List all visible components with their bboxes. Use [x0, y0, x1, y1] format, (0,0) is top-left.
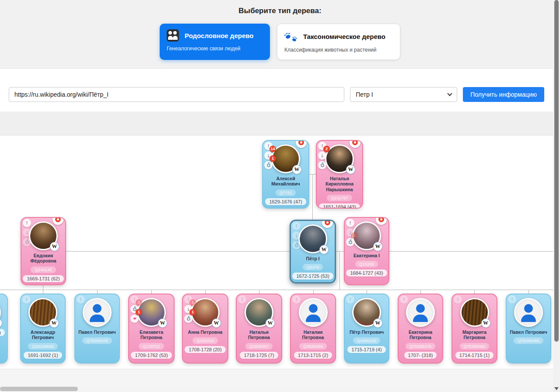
- up-arrow-icon[interactable]: ↑: [22, 295, 31, 304]
- option-family-subtitle: Генеалогические связи людей: [167, 46, 263, 52]
- wikipedia-badge-icon[interactable]: W: [292, 165, 301, 174]
- corner-ring-icon[interactable]: [296, 140, 307, 148]
- person-card[interactable]: ↑21♥♥ W Елизавета Петровна Q130752 1709-…: [128, 294, 175, 364]
- wikipedia-badge-icon[interactable]: W: [266, 318, 275, 328]
- up-arrow-icon[interactable]: ↑14: [264, 142, 273, 150]
- ring-icon[interactable]: [184, 315, 192, 323]
- person-select-wrap: Петр I: [350, 87, 457, 102]
- toolbar-lower-band: [0, 112, 553, 136]
- down-arrow-icon[interactable]: ↓: [318, 151, 326, 160]
- ring-icon[interactable]: [346, 238, 354, 246]
- scroll-down-arrow-icon[interactable]: [554, 387, 559, 390]
- person-dates-badge: 3): [0, 329, 5, 336]
- person-card[interactable]: ↑ W Александр Петрович Q26299695 1691-16…: [20, 294, 66, 364]
- up-arrow-icon[interactable]: ↑: [292, 222, 301, 230]
- person-dates-badge: 1672-1725 (53): [292, 273, 333, 280]
- person-dates-badge: 1707- (318): [404, 352, 437, 359]
- vertical-scrollbar[interactable]: [553, 0, 560, 392]
- vertical-scrollbar-thumb[interactable]: [554, 0, 559, 342]
- person-dates-badge: 1708-1728 (20): [185, 346, 225, 353]
- avatar: [514, 298, 543, 327]
- up-arrow-icon[interactable]: ↑: [77, 295, 85, 304]
- person-card[interactable]: ↑14↓1 W Алексей Михайлович Q7731 1629-16…: [262, 140, 309, 209]
- person-card[interactable]: W 3): [0, 294, 8, 364]
- person-card[interactable]: ↑ Наталия Петровна Q3825468 1713-1715 (2…: [290, 294, 336, 364]
- up-arrow-icon[interactable]: ↑1: [184, 295, 192, 304]
- tree-connector-line: [340, 251, 340, 290]
- selector-title: Выберите тип дерева:: [0, 7, 560, 15]
- corner-ring-icon[interactable]: [376, 217, 387, 225]
- person-card[interactable]: ↑ Павел Петрович Q75385478: [74, 294, 120, 364]
- wikipedia-badge-icon[interactable]: W: [481, 318, 490, 328]
- card-controls: ↑↓: [292, 222, 301, 249]
- tree-connector-line: [309, 174, 316, 175]
- down-arrow-icon[interactable]: ↓1: [346, 228, 354, 237]
- avatar: [83, 298, 112, 327]
- hearts-icon[interactable]: ♥♥: [130, 315, 139, 323]
- corner-ring-icon[interactable]: [52, 217, 63, 225]
- person-card[interactable]: ↑ W Пётр Петрович Q4386209 1715-1719 (4): [344, 294, 389, 364]
- up-arrow-icon[interactable]: ↑: [346, 295, 354, 304]
- down-arrow-icon[interactable]: ↓1: [184, 305, 192, 313]
- horizontal-scrollbar-thumb[interactable]: [0, 387, 78, 391]
- ring-icon[interactable]: [318, 161, 326, 169]
- person-card[interactable]: ↑2↓ W Наталья Кирилловна Нарышкина Q2417…: [316, 140, 363, 209]
- up-arrow-icon[interactable]: ↑2: [130, 295, 139, 304]
- wikipedia-badge-icon[interactable]: W: [0, 318, 2, 328]
- person-name: Павел Петрович: [507, 329, 550, 335]
- person-card[interactable]: ↑↓ W Евдокия Фёдоровна Q240145 1669-1731…: [21, 217, 66, 285]
- horizontal-scrollbar[interactable]: [0, 386, 553, 392]
- person-name: Екатерина Петровна: [399, 329, 442, 340]
- wikipedia-badge-icon[interactable]: W: [50, 242, 59, 251]
- card-controls: ↑↓: [23, 219, 31, 246]
- wikipedia-badge-icon[interactable]: W: [373, 318, 382, 328]
- wikipedia-badge-icon[interactable]: W: [49, 318, 59, 328]
- person-qid-badge: Q75385478: [82, 337, 112, 344]
- person-card[interactable]: ↑ W Наталья Петровна Q2839457 1718-1725 …: [236, 294, 282, 364]
- person-card[interactable]: ↑1↓1 W Анна Петровна Q153319 1708-1728 (…: [182, 294, 228, 364]
- up-arrow-icon[interactable]: ↑: [454, 295, 462, 304]
- card-controls: ↑1↓1: [184, 295, 192, 323]
- corner-ring-icon[interactable]: [322, 220, 333, 228]
- ring-icon[interactable]: [292, 241, 301, 249]
- wikipedia-badge-icon[interactable]: W: [319, 245, 329, 254]
- person-card[interactable]: ↑↓1 W Екатерина I Q15208 1684-1727 (43): [344, 217, 389, 285]
- wikipedia-url-input[interactable]: [9, 87, 344, 102]
- ring-icon[interactable]: [264, 161, 273, 169]
- person-card[interactable]: ↑ W Маргарита Петровна Q75385482 1714-17…: [452, 294, 497, 364]
- option-taxonomy-tree[interactable]: Таксономическое дерево Классификация жив…: [277, 24, 400, 60]
- avatar: W: [0, 298, 1, 327]
- up-arrow-icon[interactable]: ↑: [400, 295, 408, 304]
- person-select[interactable]: Петр I: [350, 87, 457, 102]
- down-arrow-icon[interactable]: ↓: [292, 231, 301, 240]
- person-name: Алексей Михайлович: [263, 176, 308, 187]
- card-controls: ↑: [400, 295, 408, 304]
- ring-icon[interactable]: [23, 238, 31, 246]
- person-dates-badge: 1651-1694 (43): [319, 203, 360, 209]
- wikipedia-badge-icon[interactable]: W: [346, 165, 355, 174]
- person-card[interactable]: ↑ Екатерина Петровна Q75385479 1707- (31…: [398, 294, 443, 364]
- person-card[interactable]: ↑ Павел Петрович Q75385485: [506, 294, 551, 364]
- person-dates-badge: 1714-1715 (1): [455, 352, 494, 359]
- up-arrow-icon[interactable]: ↑: [346, 219, 354, 227]
- up-arrow-icon[interactable]: ↑2: [318, 142, 326, 150]
- person-dates-badge: 1718-1725 (7): [240, 352, 278, 359]
- ring-icon[interactable]: 1: [130, 305, 139, 313]
- up-arrow-icon[interactable]: ↑: [292, 295, 301, 304]
- count-badge: 1: [189, 309, 196, 315]
- up-arrow-icon[interactable]: ↑: [508, 295, 516, 304]
- wikipedia-badge-icon[interactable]: W: [158, 318, 167, 328]
- wikipedia-badge-icon[interactable]: W: [212, 318, 221, 328]
- down-arrow-icon[interactable]: ↓1: [264, 151, 273, 160]
- person-card[interactable]: ↑↓ W Пётр I Q8479 1672-1725 (53): [290, 220, 336, 284]
- person-name: Александр Петрович: [21, 329, 65, 340]
- wikipedia-badge-icon[interactable]: W: [373, 242, 382, 251]
- fetch-info-button[interactable]: Получить информацию: [463, 87, 544, 102]
- person-placeholder-icon: [407, 299, 434, 326]
- option-family-tree[interactable]: Родословное дерево Генеалогические связи…: [160, 24, 270, 60]
- up-arrow-icon[interactable]: ↑: [238, 295, 246, 304]
- person-placeholder-icon: [84, 299, 110, 326]
- down-arrow-icon[interactable]: ↓: [23, 228, 31, 237]
- corner-ring-icon[interactable]: [350, 140, 360, 148]
- up-arrow-icon[interactable]: ↑: [23, 219, 31, 227]
